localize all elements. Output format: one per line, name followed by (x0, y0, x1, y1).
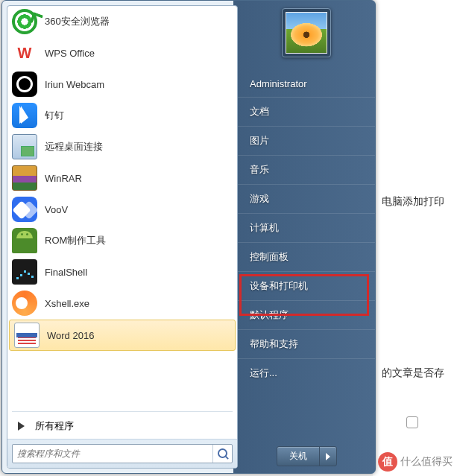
right-link-run[interactable]: 运行... (238, 359, 375, 387)
desktop-background: 电脑添加打印 的文章是否存 (373, 0, 457, 476)
rdp-icon (12, 134, 37, 159)
right-link-controlpanel[interactable]: 控制面板 (238, 243, 375, 272)
right-link-default-programs[interactable]: 默认程序 (238, 301, 375, 330)
user-avatar-icon (286, 12, 327, 54)
right-link-pictures[interactable]: 图片 (238, 127, 375, 156)
all-programs-label: 所有程序 (35, 419, 74, 433)
shutdown-button[interactable]: 关机 (277, 447, 320, 466)
app-item-wps[interactable]: W WPS Office (7, 37, 237, 69)
finalshell-icon (12, 259, 37, 285)
app-label: 远程桌面连接 (45, 140, 103, 153)
app-item-dingtalk[interactable]: 钉钉 (7, 100, 237, 131)
android-icon (12, 228, 37, 253)
app-label: 360安全浏览器 (45, 15, 110, 28)
app-label: ROM制作工具 (45, 234, 106, 247)
app-label: Word 2016 (47, 330, 94, 341)
right-link-music[interactable]: 音乐 (238, 156, 375, 185)
right-link-computer[interactable]: 计算机 (238, 214, 375, 243)
divider (12, 411, 233, 412)
bg-text-1: 电脑添加打印 (382, 195, 444, 209)
app-item-romtool[interactable]: ROM制作工具 (7, 225, 237, 256)
search-row (7, 439, 237, 468)
app-label: 钉钉 (45, 109, 64, 122)
all-programs-button[interactable]: 所有程序 (7, 413, 237, 439)
shutdown-options-button[interactable] (320, 447, 336, 466)
search-icon (218, 448, 228, 459)
right-link-games[interactable]: 游戏 (238, 185, 375, 214)
start-menu-left-panel: 360安全浏览器 W WPS Office Iriun Webcam 钉钉 远程… (7, 5, 238, 469)
shutdown-button-group: 关机 (277, 446, 337, 466)
app-item-xshell[interactable]: Xshell.exe (7, 288, 237, 319)
search-input[interactable] (13, 448, 212, 459)
app-item-iriun[interactable]: Iriun Webcam (7, 69, 237, 100)
pinned-programs-list: 360安全浏览器 W WPS Office Iriun Webcam 钉钉 远程… (7, 6, 237, 410)
app-label: WinRAR (45, 173, 82, 184)
app-item-finalshell[interactable]: FinalShell (7, 256, 237, 288)
start-menu: 360安全浏览器 W WPS Office Iriun Webcam 钉钉 远程… (1, 0, 376, 474)
app-item-voov[interactable]: VooV (7, 194, 237, 225)
user-avatar-frame[interactable] (282, 8, 331, 57)
search-button[interactable] (212, 445, 232, 463)
start-menu-right-panel: Administrator 文档 图片 音乐 游戏 计算机 控制面板 设备和打印… (238, 1, 375, 473)
search-box (12, 444, 233, 463)
watermark-badge-icon: 值 (378, 452, 397, 472)
right-link-documents[interactable]: 文档 (238, 98, 375, 127)
app-label: Iriun Webcam (45, 79, 104, 90)
triangle-right-icon (18, 422, 25, 431)
right-link-devices-printers[interactable]: 设备和打印机 (238, 272, 375, 301)
xshell-icon (12, 291, 37, 316)
app-item-winrar[interactable]: WinRAR (7, 162, 237, 194)
360-icon (12, 9, 37, 34)
right-link-username[interactable]: Administrator (238, 71, 375, 98)
app-item-360browser[interactable]: 360安全浏览器 (7, 6, 237, 37)
app-item-word2016[interactable]: Word 2016 (9, 320, 236, 351)
app-item-rdp[interactable]: 远程桌面连接 (7, 131, 237, 162)
voov-icon (12, 197, 37, 222)
background-checkbox[interactable] (406, 416, 418, 428)
winrar-icon (12, 165, 37, 191)
app-label: VooV (45, 204, 68, 215)
shutdown-row: 关机 (238, 446, 375, 466)
app-label: WPS Office (45, 48, 95, 59)
watermark-text: 什么值得买 (400, 455, 453, 469)
app-label: FinalShell (45, 267, 87, 278)
watermark: 值 什么值得买 (378, 452, 453, 472)
dingtalk-icon (12, 103, 37, 128)
right-link-help[interactable]: 帮助和支持 (238, 330, 375, 359)
wps-icon: W (12, 40, 37, 66)
bg-text-2: 的文章是否存 (382, 366, 444, 380)
triangle-right-icon (326, 453, 330, 460)
app-label: Xshell.exe (45, 298, 89, 309)
iriun-icon (12, 72, 37, 97)
word-icon (14, 323, 40, 348)
